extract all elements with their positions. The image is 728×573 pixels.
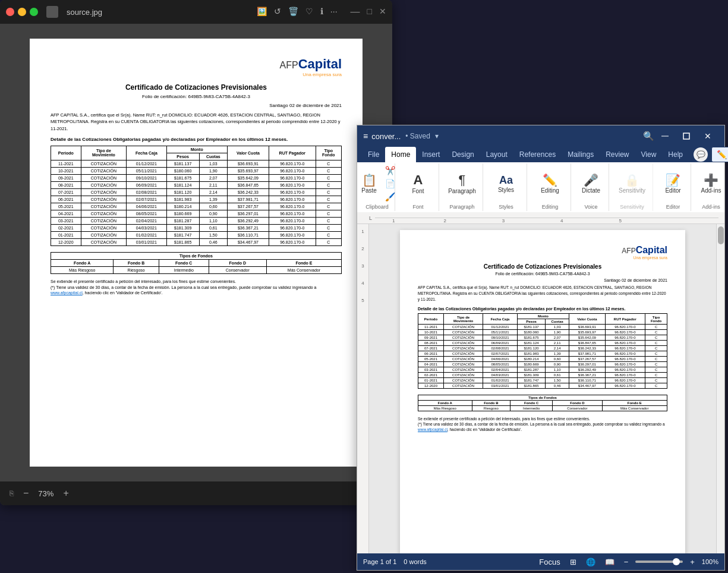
cut-icon: ✂️ xyxy=(385,166,395,175)
ribbon-minimize-icon[interactable] xyxy=(654,125,676,147)
status-left: Page 1 of 1 0 words xyxy=(363,558,530,565)
zoom-in-status[interactable]: + xyxy=(688,556,697,568)
tab-review[interactable]: Review xyxy=(600,147,635,162)
word-doc-area[interactable]: AFPCapital Una empresa sura Certificado … xyxy=(369,224,716,553)
tab-mailings[interactable]: Mailings xyxy=(562,147,600,162)
footer-link[interactable]: www.afpcapital.cl xyxy=(51,291,83,295)
tab-insert[interactable]: Insert xyxy=(416,147,446,162)
expand-icon[interactable]: ≡ xyxy=(363,131,368,141)
addins-button[interactable]: ➕ Add-ins xyxy=(697,172,726,196)
fondo-c-header: Fondo C xyxy=(159,259,209,266)
word-logo-capital: Capital xyxy=(636,245,667,255)
clipboard-group: 📋 Paste ✂️ 📄 🖌️ Clipboard xyxy=(360,163,395,211)
font-button[interactable]: A Font xyxy=(406,171,430,197)
window-minimize-icon[interactable]: — xyxy=(351,7,360,17)
paragraph-group-label: Paragraph xyxy=(449,203,474,210)
more-icon[interactable]: ··· xyxy=(330,7,338,17)
word-title-section: conver... • Saved ▾ xyxy=(371,132,643,141)
word-fondo-a: Fondo A xyxy=(418,401,472,406)
saved-chevron[interactable]: ▾ xyxy=(435,132,439,140)
read-mode-icon[interactable]: 📖 xyxy=(603,556,617,568)
table-header-monto: Monto xyxy=(166,146,227,153)
cut-button[interactable]: ✂️ xyxy=(383,165,398,177)
document-preview: AFPCapital Una empresa sura Certificado … xyxy=(30,39,363,467)
word-header-rut: RUT Pagador xyxy=(605,314,645,325)
tab-references[interactable]: References xyxy=(513,147,562,162)
word-fondo-e: Fondo E xyxy=(602,401,667,406)
rotate-icon[interactable]: ↺ xyxy=(274,7,281,17)
image-viewer-body: AFPCapital Una empresa sura Certificado … xyxy=(0,24,392,481)
focus-button[interactable]: Focus xyxy=(537,556,562,568)
image-save-icon[interactable]: 🖼️ xyxy=(257,7,267,17)
word-header-fondo: TipoFondo xyxy=(645,314,667,325)
word-header-pesos: Pesos xyxy=(517,319,545,325)
scrollbar-thumb[interactable] xyxy=(718,226,724,244)
search-icon[interactable]: 🔍 xyxy=(643,131,654,141)
editor-label: Editor xyxy=(665,187,680,194)
maximize-button[interactable] xyxy=(30,8,38,16)
comment-icon[interactable]: 💬 xyxy=(694,147,708,162)
zoom-slider-thumb[interactable] xyxy=(673,558,680,565)
zoom-slider[interactable] xyxy=(635,561,683,563)
word-doc-subtitle: Detalle de las Cotizaciones Obligatorias… xyxy=(418,307,667,311)
styles-icon: Aa xyxy=(499,175,513,185)
cotizaciones-table: Periodo Tipo deMovimiento Fecha Caja Mon… xyxy=(51,146,342,246)
sensitivity-group: 🔒 Sensitivity Sensitivity xyxy=(612,163,653,211)
word-fondo-a-val: Más Riesgoso xyxy=(418,406,472,411)
tab-help[interactable]: Help xyxy=(662,147,689,162)
table-header-fondo: TipoFondo xyxy=(316,146,341,160)
heart-icon[interactable]: ♡ xyxy=(305,7,313,17)
paste-button[interactable]: 📋 Paste xyxy=(357,172,382,196)
paragraph-button[interactable]: ¶ Paragraph xyxy=(443,171,481,197)
doc-date: Santiago 02 de diciembre de 2021 xyxy=(51,103,342,108)
word-doc-folio: Folio de certificación: 649B5-9MI3-CA75B… xyxy=(418,272,667,276)
info-icon[interactable]: ℹ xyxy=(320,7,323,17)
sensitivity-button[interactable]: 🔒 Sensitivity xyxy=(614,172,650,196)
tab-home[interactable]: Home xyxy=(385,147,416,162)
print-layout-icon[interactable]: ⊞ xyxy=(568,556,579,568)
format-painter-button[interactable]: 🖌️ xyxy=(383,191,398,203)
fondos-title: Tipos de Fondos xyxy=(51,252,342,259)
word-header-tipo: Tipo deMovimiento xyxy=(444,314,483,325)
scrollbar-right[interactable] xyxy=(716,224,724,553)
dictate-button[interactable]: 🎤 Dictate xyxy=(577,172,605,196)
table-header-pesos: Pesos xyxy=(166,153,199,160)
doc-subtitle: Detalle de las Cotizaciones Obligatorias… xyxy=(51,137,342,142)
svg-rect-1 xyxy=(683,133,689,139)
doc-title: Certificado de Cotizaciones Previsionale… xyxy=(51,83,342,92)
zoom-out-status[interactable]: − xyxy=(622,556,631,568)
word-fondos-table: Tipos de Fondos Fondo A Fondo B Fondo C … xyxy=(418,395,667,411)
trash-icon[interactable]: 🗑️ xyxy=(288,7,298,17)
word-logo-afp: AFP xyxy=(622,247,635,255)
tab-layout[interactable]: Layout xyxy=(480,147,513,162)
table-row: 09-2021COTIZACIÓN09/10/2021$181.6752,07$… xyxy=(418,335,667,341)
zoom-slider-container[interactable] xyxy=(635,561,683,563)
styles-button[interactable]: Aa Styles xyxy=(493,172,519,196)
ribbon-resize-icon[interactable] xyxy=(676,125,697,147)
styles-label: Styles xyxy=(498,187,514,193)
tab-design[interactable]: Design xyxy=(446,147,480,162)
tab-file[interactable]: File xyxy=(362,147,385,162)
zoom-out-button[interactable]: − xyxy=(23,488,29,499)
table-header-fecha: Fecha Caja xyxy=(127,146,166,160)
styles-group: Aa Styles Styles xyxy=(486,163,527,211)
font-buttons: A Font xyxy=(406,165,430,203)
fondo-b-header: Fondo B xyxy=(114,259,159,266)
word-footer-link[interactable]: www.afpcapital.cl xyxy=(418,427,447,432)
minimize-button[interactable] xyxy=(18,8,26,16)
web-layout-icon[interactable]: 🌐 xyxy=(584,556,598,568)
zoom-in-button[interactable]: + xyxy=(63,488,68,499)
window-close-icon[interactable]: ✕ xyxy=(379,7,386,17)
editing-mode-button[interactable]: ✏️ Editing ▾ xyxy=(711,147,728,162)
editor-button[interactable]: 📝 Editor xyxy=(660,172,685,196)
word-ruler: L 1 2 3 4 5 xyxy=(357,212,724,224)
editing-button[interactable]: ✏️ Editing xyxy=(536,172,564,196)
copy-button[interactable]: 📄 xyxy=(383,178,398,190)
word-close-icon[interactable]: ✕ xyxy=(697,125,718,147)
close-button[interactable] xyxy=(6,8,14,16)
word-footer: Se extiende el presente certificado a pe… xyxy=(418,416,667,432)
addins-label: Add-ins xyxy=(701,187,721,194)
table-row: 03-2021COTIZACIÓN02/04/2021$181.2871,10$… xyxy=(418,367,667,373)
tab-view[interactable]: View xyxy=(635,147,663,162)
window-maximize-icon[interactable]: □ xyxy=(367,7,372,17)
